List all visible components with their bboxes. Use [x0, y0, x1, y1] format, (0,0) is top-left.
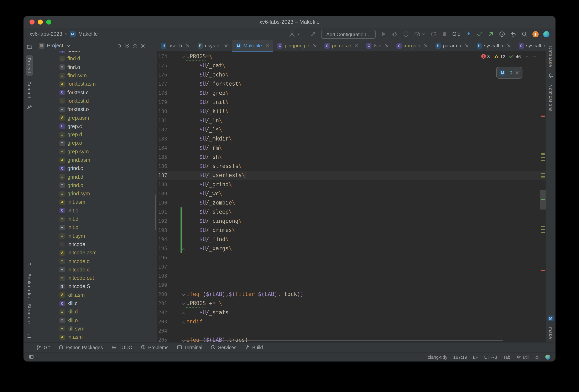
- expand-all-icon[interactable]: [124, 43, 130, 48]
- gutter[interactable]: 184: [157, 143, 186, 153]
- tree-item[interactable]: ≡kill.sym: [35, 325, 157, 333]
- collapse-all-icon[interactable]: [132, 43, 138, 48]
- gear-icon[interactable]: [140, 43, 145, 48]
- tab-close-icon[interactable]: ✕: [424, 43, 428, 48]
- tab-param.h[interactable]: Hparam.h✕: [432, 40, 473, 51]
- editor-vertical-scrollbar[interactable]: [540, 190, 546, 209]
- code-line-198[interactable]: 198: [157, 271, 546, 281]
- status-item[interactable]: UTF-8: [484, 354, 497, 359]
- status-item[interactable]: LF: [473, 354, 478, 359]
- tab-close-icon[interactable]: ✕: [465, 43, 469, 48]
- project-tool-icon[interactable]: [26, 44, 32, 50]
- code-line-181[interactable]: 181 $U/_ln\: [157, 116, 546, 125]
- gutter[interactable]: 179: [157, 98, 186, 107]
- tree-item[interactable]: Akill.asm: [35, 291, 157, 299]
- fold-down-icon[interactable]: [181, 301, 186, 306]
- code-line-192[interactable]: 192 $U/_pingpong\: [157, 217, 546, 226]
- code-line-175[interactable]: 175 $U/_cat\: [157, 61, 546, 70]
- tree-item[interactable]: ≡init.sym: [35, 232, 157, 240]
- stripe-notifications[interactable]: Notifications: [548, 85, 553, 112]
- stripe-mark-olive[interactable]: [541, 229, 545, 230]
- gutter[interactable]: 196: [157, 253, 186, 262]
- gutter[interactable]: 194: [157, 235, 186, 244]
- search-everywhere-icon[interactable]: [521, 31, 528, 37]
- gutter[interactable]: 186: [157, 162, 186, 171]
- code-line-186[interactable]: 186 $U/_stressfs\: [157, 162, 546, 171]
- code-line-195[interactable]: 195 $U/_xargs\: [157, 244, 546, 253]
- tree-item[interactable]: Cgrep.c: [35, 122, 157, 131]
- stop-icon[interactable]: [441, 31, 448, 37]
- gutter[interactable]: 198: [157, 271, 186, 281]
- tree-item[interactable]: ≡find.sym: [35, 71, 157, 80]
- locate-file-icon[interactable]: [116, 43, 122, 48]
- stripe-commit[interactable]: Commit: [27, 81, 32, 98]
- toolwindow-build[interactable]: Build: [245, 345, 263, 350]
- code-line-190[interactable]: 190 $U/_zombie\: [157, 198, 546, 207]
- code-line-188[interactable]: 188 $U/_grind\: [157, 180, 546, 189]
- warning-count[interactable]: 12: [494, 54, 505, 59]
- error-count[interactable]: ! 3: [481, 54, 490, 59]
- coverage-icon[interactable]: [402, 31, 409, 37]
- fold-up-icon[interactable]: [181, 311, 186, 315]
- tab-close-icon[interactable]: ✕: [384, 43, 389, 48]
- breadcrumb-file[interactable]: Makefile: [78, 31, 98, 37]
- gutter[interactable]: 189: [157, 189, 186, 198]
- notifications-bell-icon[interactable]: [548, 73, 554, 79]
- gutter[interactable]: 201: [157, 299, 186, 308]
- tree-item[interactable]: Cgrind.c: [35, 164, 157, 173]
- tab-usys.pl[interactable]: Pusys.pl✕: [194, 40, 232, 51]
- gutter[interactable]: 176: [157, 70, 186, 79]
- gutter[interactable]: 197: [157, 262, 186, 271]
- fold-down-icon[interactable]: [181, 292, 186, 296]
- build-project-icon[interactable]: [310, 31, 317, 37]
- chevron-down-icon[interactable]: [66, 43, 71, 48]
- gutter[interactable]: 204: [157, 326, 186, 335]
- code-area[interactable]: 174UPROGS=\175 $U/_cat\176 $U/_echo\177 …: [157, 52, 546, 342]
- tree-item[interactable]: ≡grind.o: [35, 181, 157, 190]
- editor-body[interactable]: 174UPROGS=\175 $U/_cat\176 $U/_echo\177 …: [157, 51, 546, 342]
- tree-item[interactable]: Ainit.asm: [35, 198, 157, 207]
- tab-xargs.c[interactable]: Cxargs.c✕: [393, 40, 432, 51]
- tab-close-icon[interactable]: ✕: [312, 43, 317, 48]
- toolwindow-todo[interactable]: TODO: [111, 345, 132, 350]
- gutter[interactable]: 203: [157, 317, 186, 326]
- gutter[interactable]: 181: [157, 116, 186, 125]
- tree-item[interactable]: ≡initcode.out: [35, 274, 157, 282]
- gutter[interactable]: 175: [157, 61, 186, 70]
- toolwindow-services[interactable]: Services: [211, 345, 236, 350]
- tree-item[interactable]: Aln.asm: [35, 333, 157, 341]
- gutter[interactable]: 199: [157, 281, 186, 290]
- tree-item[interactable]: ≡initcode.d: [35, 257, 157, 266]
- bookmarks-icon[interactable]: [26, 262, 32, 268]
- gutter[interactable]: 180: [157, 107, 186, 116]
- code-line-182[interactable]: 182 $U/_ls\: [157, 125, 546, 134]
- tree-item[interactable]: ≡find.o: [35, 63, 157, 71]
- debug-icon[interactable]: [391, 31, 398, 37]
- tree-item[interactable]: Sinitcode.S: [35, 282, 157, 291]
- tab-close-icon[interactable]: ✕: [507, 43, 511, 48]
- code-line-200[interactable]: 200ifeq ($(LAB),$(filter $(LAB), lock)): [157, 290, 546, 299]
- gutter[interactable]: 177: [157, 79, 186, 89]
- stripe-mark-olive[interactable]: [541, 173, 545, 174]
- ide-update-icon[interactable]: [532, 31, 539, 37]
- tree-item[interactable]: ≡init.d: [35, 215, 157, 223]
- pin-icon[interactable]: [26, 104, 32, 110]
- code-line-176[interactable]: 176 $U/_echo\: [157, 70, 546, 79]
- code-line-187[interactable]: 187 $U/_usertests\: [157, 171, 546, 180]
- gutter[interactable]: 191: [157, 207, 186, 217]
- code-line-204[interactable]: 204: [157, 326, 546, 335]
- tree-item[interactable]: Ainitcode.asm: [35, 249, 157, 257]
- add-configuration-button[interactable]: Add Configuration...: [321, 30, 375, 38]
- code-line-189[interactable]: 189 $U/_wc\: [157, 189, 546, 198]
- stripe-mark-olive[interactable]: [541, 226, 545, 227]
- status-item[interactable]: .clang-tidy: [427, 354, 447, 359]
- rollback-icon[interactable]: [510, 31, 517, 37]
- close-icon[interactable]: ✕: [515, 70, 519, 76]
- gutter[interactable]: 174: [157, 52, 186, 61]
- tab-user.h[interactable]: Huser.h✕: [157, 40, 194, 51]
- code-line-196[interactable]: 196: [157, 253, 546, 262]
- push-icon[interactable]: [488, 31, 494, 37]
- fold-up-icon[interactable]: [181, 320, 186, 324]
- tree-item[interactable]: ≡kill.o: [35, 316, 157, 325]
- lock-icon[interactable]: [534, 354, 539, 359]
